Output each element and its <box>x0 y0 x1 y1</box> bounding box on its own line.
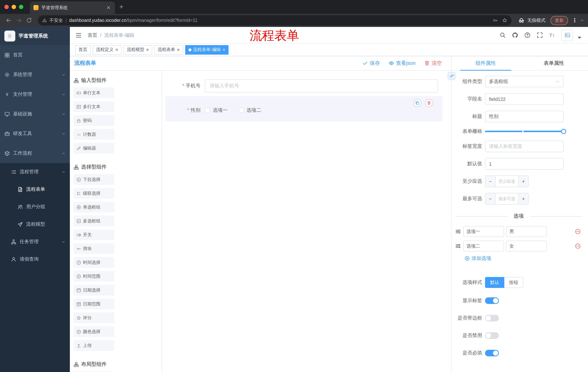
stepper-plus-button[interactable]: + <box>518 193 528 204</box>
fullscreen-icon[interactable] <box>537 32 543 38</box>
sidebar-item-task-mgmt[interactable]: 任务管理 <box>0 233 70 250</box>
copy-component-button[interactable] <box>413 99 421 107</box>
palette-chip[interactable]: 单选框组 <box>74 202 114 213</box>
style-option-button[interactable]: 默认 <box>485 277 504 288</box>
palette-chip[interactable]: 下拉选择 <box>74 174 114 185</box>
toggle-required[interactable] <box>485 350 499 356</box>
palette-chip[interactable]: 编辑器 <box>74 143 114 154</box>
sidebar-item-system[interactable]: 系统管理 <box>0 65 70 85</box>
option-value-input[interactable]: 男 <box>506 226 547 237</box>
drag-handle-icon[interactable] <box>455 243 461 249</box>
sidebar-item-infra[interactable]: 基础设施 <box>0 104 70 124</box>
palette-chip[interactable]: 级联选择 <box>74 188 114 199</box>
stepper-value[interactable]: 至少应选 <box>496 176 518 187</box>
reload-icon[interactable] <box>24 15 34 25</box>
sidebar-item-process-form[interactable]: 流程表单 <box>0 181 70 198</box>
avatar-caret-down-icon[interactable] <box>576 35 583 41</box>
tag-home[interactable]: 首页 <box>75 45 91 54</box>
palette-chip[interactable]: 密码 <box>74 115 114 126</box>
avatar[interactable] <box>561 29 573 41</box>
tag-close-icon[interactable]: × <box>177 47 179 53</box>
tag-process-form-edit[interactable]: 流程表单-编辑× <box>185 45 229 54</box>
breadcrumb-home[interactable]: 首页 <box>88 32 97 38</box>
search-icon[interactable] <box>500 32 506 38</box>
github-icon[interactable] <box>512 32 518 38</box>
add-option-button[interactable]: 添加选项 <box>465 255 582 262</box>
browser-tab[interactable]: 芋道管理系统 ✕ <box>30 1 115 14</box>
sidebar-item-leave-query[interactable]: 请假查询 <box>0 250 70 268</box>
prop-input[interactable]: field122 <box>485 93 564 105</box>
update-button[interactable]: 更新 <box>551 16 568 25</box>
gender-field-block[interactable]: 性别 选项一选项二 <box>166 96 442 122</box>
checkbox-box[interactable] <box>239 108 244 113</box>
browser-menu-icon[interactable]: ⋮ <box>570 17 579 24</box>
prop-input[interactable]: 请输入标签宽度 <box>485 140 564 152</box>
sidebar-item-workflow[interactable]: 工作流程 <box>0 143 70 163</box>
tab-close-icon[interactable]: ✕ <box>106 5 111 11</box>
remove-option-icon[interactable] <box>575 229 581 234</box>
phone-input[interactable]: 请输入手机号 <box>205 79 438 93</box>
tab-form-props[interactable]: 表单属性 <box>520 56 588 70</box>
tab-component-props[interactable]: 组件属性 <box>452 56 520 70</box>
palette-chip[interactable]: 多行文本 <box>74 101 114 112</box>
stepper-value[interactable]: 最多可选 <box>496 193 518 204</box>
stepper-plus-button[interactable]: + <box>518 176 528 187</box>
tag-process-form[interactable]: 流程表单× <box>154 45 183 54</box>
palette-chip[interactable]: 上传 <box>74 340 114 351</box>
grid-slider[interactable] <box>485 131 564 132</box>
new-tab-button[interactable]: + <box>119 3 123 11</box>
menu-fold-icon[interactable] <box>75 32 82 38</box>
stepper-minus-button[interactable]: − <box>485 176 496 187</box>
number-stepper[interactable]: −最多可选+ <box>485 193 529 205</box>
clear-button[interactable]: 清空 <box>424 60 442 66</box>
forward-icon[interactable] <box>14 15 24 25</box>
toolbar-chevron-down-icon[interactable] <box>580 18 584 22</box>
palette-chip[interactable]: 时间选择 <box>74 257 114 268</box>
option-label-input[interactable]: 选项一 <box>463 226 504 237</box>
tag-close-icon[interactable]: × <box>223 47 225 53</box>
tag-close-icon[interactable]: × <box>146 47 149 53</box>
delete-component-button[interactable] <box>425 99 433 107</box>
prop-input[interactable]: 1 <box>485 158 564 170</box>
gender-checkbox[interactable]: 选项二 <box>239 107 261 114</box>
slider-handle[interactable] <box>561 129 566 134</box>
tag-process-definition[interactable]: 流程定义× <box>93 45 121 54</box>
palette-chip[interactable]: 单行文本 <box>74 87 114 98</box>
palette-chip[interactable]: 日期范围 <box>74 298 114 309</box>
number-stepper[interactable]: −至少应选+ <box>485 175 529 187</box>
form-canvas[interactable]: 手机号 请输入手机号 性别 选项一选项二 <box>162 71 451 372</box>
option-value-input[interactable]: 女 <box>506 241 547 252</box>
font-size-icon[interactable]: TT <box>549 32 555 38</box>
gender-checkbox[interactable]: 选项一 <box>205 107 228 114</box>
toggle-disabled[interactable] <box>485 332 499 339</box>
toggle-show-label[interactable] <box>485 298 499 304</box>
sidebar-item-devtools[interactable]: 研发工具 <box>0 124 70 143</box>
palette-chip[interactable]: 开关 <box>74 229 114 240</box>
address-bar[interactable]: 不安全 | dashboard.yudao.iocoder.cn/bpm/man… <box>38 15 512 25</box>
save-button[interactable]: 保存 <box>363 60 380 66</box>
view-json-button[interactable]: 查看json <box>389 60 416 66</box>
palette-chip[interactable]: 滑块 <box>74 243 114 254</box>
phone-field-row[interactable]: 手机号 请输入手机号 <box>166 79 438 93</box>
sidebar-item-process-model[interactable]: 流程模型 <box>0 215 70 233</box>
palette-chip[interactable]: 日期选择 <box>74 285 114 296</box>
help-icon[interactable] <box>524 32 531 38</box>
sidebar-item-process-mgmt[interactable]: 流程管理 <box>0 163 70 181</box>
palette-chip[interactable]: 颜色选择 <box>74 326 114 337</box>
palette-chip[interactable]: 评分 <box>74 312 114 323</box>
toggle-with-border[interactable] <box>485 315 499 321</box>
tag-close-icon[interactable]: × <box>115 47 118 53</box>
back-icon[interactable] <box>4 15 14 25</box>
palette-chip[interactable]: 多选框组 <box>74 215 114 226</box>
minimize-window-button[interactable] <box>12 5 16 9</box>
palette-chip[interactable]: 时间范围 <box>74 271 114 282</box>
tag-process-model[interactable]: 流程模型× <box>124 45 152 54</box>
checkbox-box[interactable] <box>205 108 210 113</box>
style-option-button[interactable]: 按钮 <box>504 277 523 288</box>
bookmark-star-icon[interactable] <box>502 18 507 23</box>
palette-chip[interactable]: 行容器 <box>74 371 114 372</box>
sidebar-item-payment[interactable]: ¥支付管理 <box>0 85 70 104</box>
remove-option-icon[interactable] <box>575 243 581 249</box>
sidebar-item-home[interactable]: 首页 <box>0 45 70 65</box>
stepper-minus-button[interactable]: − <box>485 193 496 204</box>
